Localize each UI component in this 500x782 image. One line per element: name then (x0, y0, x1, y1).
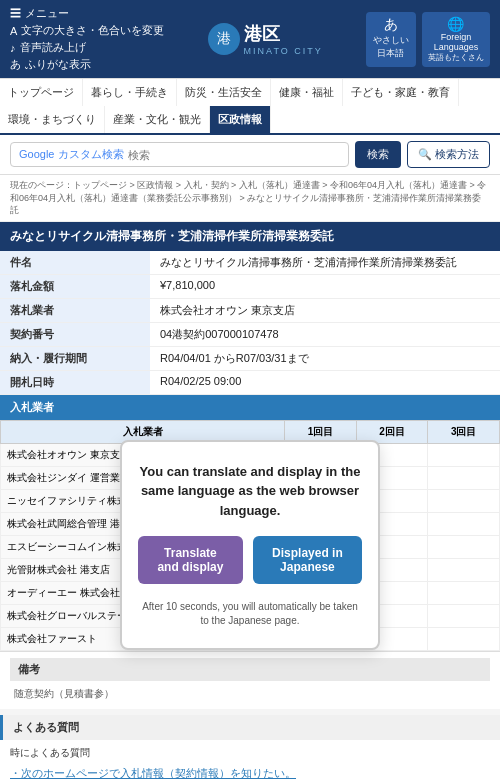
faq-header: よくある質問 (0, 715, 500, 740)
nav-life[interactable]: 暮らし・手続き (83, 79, 177, 106)
nav-children[interactable]: 子ども・家庭・教育 (343, 79, 459, 106)
info-table-row: 開札日時R04/02/25 09:00 (0, 370, 500, 394)
easy-japanese-btn[interactable]: あ やさしい 日本語 (366, 12, 416, 67)
info-label: 件名 (0, 251, 150, 275)
remarks-header: 備考 (10, 658, 490, 681)
faq-section-label: 時によくある質問 (10, 746, 490, 760)
header-menu-group: ☰ メニュー A 文字の大きさ・色合いを変更 ♪ 音声読み上げ あ ふりがな表示 (10, 6, 164, 72)
main-navigation: トップページ 暮らし・手続き 防災・生活安全 健康・福祉 子ども・家庭・教育 環… (0, 79, 500, 135)
nav-health[interactable]: 健康・福祉 (271, 79, 343, 106)
easy-japanese-icon: あ (372, 16, 410, 34)
bid-r3 (428, 581, 500, 604)
bid-r3 (428, 627, 500, 650)
bid-r3 (428, 489, 500, 512)
info-value: ¥7,810,000 (150, 274, 500, 298)
col-r3: 3回目 (428, 420, 500, 443)
easy-japanese-label1: やさしい (372, 34, 410, 47)
nav-environment[interactable]: 環境・まちづくり (0, 106, 105, 133)
furigana-label: ふりがな表示 (25, 57, 91, 72)
bid-r3 (428, 604, 500, 627)
header-top: ☰ メニュー A 文字の大きさ・色合いを変更 ♪ 音声読み上げ あ ふりがな表示… (0, 0, 500, 78)
furigana-icon: あ (10, 57, 21, 72)
info-value: 04港契約007000107478 (150, 322, 500, 346)
font-size-btn[interactable]: A 文字の大きさ・色合いを変更 (10, 23, 164, 38)
tts-btn[interactable]: ♪ 音声読み上げ (10, 40, 164, 55)
info-table-row: 契約番号04港契約007000107478 (0, 322, 500, 346)
faq-item-1[interactable]: ・次のホームページで入札情報（契約情報）を知りたい。 (10, 764, 490, 782)
translation-modal-text: You can translate and display in the sam… (138, 462, 362, 521)
nav-ward-info[interactable]: 区政情報 (210, 106, 271, 133)
info-label: 契約番号 (0, 322, 150, 346)
foreign-label3: 英語もたくさん (428, 52, 484, 63)
search-input[interactable] (128, 149, 340, 161)
search-method-button[interactable]: 🔍 検索方法 (407, 141, 490, 168)
bid-r3 (428, 466, 500, 489)
info-value: みなとリサイクル清掃事務所・芝浦清掃作業所清掃業務委託 (150, 251, 500, 275)
info-table: 件名みなとリサイクル清掃事務所・芝浦清掃作業所清掃業務委託落札金額¥7,810,… (0, 251, 500, 395)
breadcrumb: 現在のページ：トップページ > 区政情報 > 入札・契約 > 入札（落札）通達書… (0, 175, 500, 222)
foreign-label1: Foreign (428, 32, 484, 42)
logo-circle: 港 (208, 23, 240, 55)
bid-section-header: 入札業者 (0, 395, 500, 420)
google-label: Google カスタム検索 (19, 147, 124, 162)
page-title: みなとリサイクル清掃事務所・芝浦清掃作業所清掃業務委託 (0, 222, 500, 251)
nav-disaster[interactable]: 防災・生活安全 (177, 79, 271, 106)
search-method-icon: 🔍 (418, 148, 432, 161)
info-label: 落札金額 (0, 274, 150, 298)
logo-sub: MINATO CITY (244, 46, 323, 56)
breadcrumb-text: 現在のページ：トップページ > 区政情報 > 入札・契約 > 入札（落札）通達書… (10, 180, 486, 215)
nav-top[interactable]: トップページ (0, 79, 83, 106)
info-table-row: 納入・履行期間R04/04/01 からR07/03/31まで (0, 346, 500, 370)
search-method-label: 検索方法 (435, 147, 479, 162)
tts-icon: ♪ (10, 42, 16, 54)
site-logo: 港 港区 MINATO CITY (208, 22, 323, 56)
displayed-in-japanese-button[interactable]: Displayed in Japanese (253, 536, 362, 584)
remarks-section: 備考 随意契約（見積書参） (0, 651, 500, 709)
remarks-text: 随意契約（見積書参） (10, 685, 490, 703)
menu-icon: ☰ (10, 6, 21, 21)
info-label: 落札業者 (0, 298, 150, 322)
bid-r3 (428, 558, 500, 581)
search-button[interactable]: 検索 (355, 141, 401, 168)
faq-section: よくある質問 時によくある質問 ・次のホームページで入札情報（契約情報）を知りた… (0, 715, 500, 782)
faq-item-text: 次のホームページで入札情報（契約情報）を知りたい。 (21, 767, 296, 779)
info-table-row: 件名みなとリサイクル清掃事務所・芝浦清掃作業所清掃業務委託 (0, 251, 500, 275)
font-icon: A (10, 25, 17, 37)
logo-name: 港区 (244, 22, 323, 46)
bid-r3 (428, 535, 500, 558)
info-value: R04/02/25 09:00 (150, 370, 500, 394)
search-bar: Google カスタム検索 検索 🔍 検索方法 (0, 135, 500, 175)
bid-r3 (428, 512, 500, 535)
easy-japanese-label2: 日本語 (372, 47, 410, 60)
header-right-buttons: あ やさしい 日本語 🌐 Foreign Languages 英語もたくさん (366, 12, 490, 67)
menu-btn[interactable]: ☰ メニュー (10, 6, 164, 21)
info-table-row: 落札業者株式会社オオウン 東京支店 (0, 298, 500, 322)
bid-table-container: 入札業者 1回目 2回目 3回目 株式会社オオウン 東京支店株式会社ジンダイ 運… (0, 420, 500, 651)
furigana-btn[interactable]: あ ふりがな表示 (10, 57, 164, 72)
menu-label: メニュー (25, 6, 69, 21)
bid-r3 (428, 443, 500, 466)
foreign-label2: Languages (428, 42, 484, 52)
info-table-row: 落札金額¥7,810,000 (0, 274, 500, 298)
info-value: R04/04/01 からR07/03/31まで (150, 346, 500, 370)
info-value: 株式会社オオウン 東京支店 (150, 298, 500, 322)
faq-content: 時によくある質問 ・次のホームページで入札情報（契約情報）を知りたい。 「よくあ… (0, 740, 500, 782)
info-label: 開札日時 (0, 370, 150, 394)
nav-industry[interactable]: 産業・文化・観光 (105, 106, 210, 133)
translate-button[interactable]: Translate and display (138, 536, 243, 584)
translation-buttons: Translate and display Displayed in Japan… (138, 536, 362, 584)
tts-label: 音声読み上げ (20, 40, 86, 55)
search-input-wrap: Google カスタム検索 (10, 142, 349, 167)
translation-note: After 10 seconds, you will automatically… (138, 600, 362, 628)
translation-modal: You can translate and display in the sam… (120, 440, 380, 651)
info-label: 納入・履行期間 (0, 346, 150, 370)
font-label: 文字の大きさ・色合いを変更 (21, 23, 164, 38)
foreign-language-btn[interactable]: 🌐 Foreign Languages 英語もたくさん (422, 12, 490, 67)
globe-icon: 🌐 (428, 16, 484, 32)
